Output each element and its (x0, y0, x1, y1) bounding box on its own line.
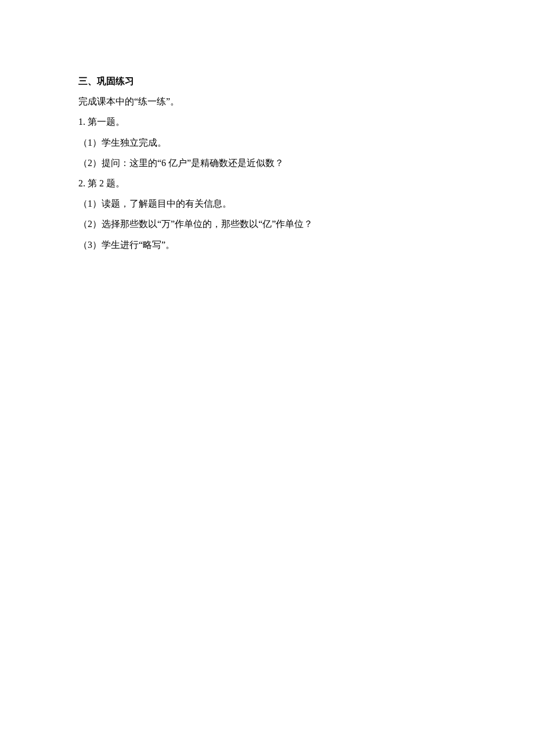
text-line-0: 完成课本中的“练一练”。 (78, 91, 459, 111)
text-line-6: （2）选择那些数以“万”作单位的，那些数以“亿”作单位？ (78, 214, 459, 234)
section-heading: 三、巩固练习 (78, 71, 459, 91)
text-line-7: （3）学生进行“略写”。 (78, 235, 459, 255)
text-line-5: （1）读题，了解题目中的有关信息。 (78, 193, 459, 214)
text-line-2: （1）学生独立完成。 (78, 132, 459, 153)
text-line-3: （2）提问：这里的“6 亿户”是精确数还是近似数？ (78, 153, 459, 173)
text-line-1: 1. 第一题。 (78, 111, 459, 132)
text-line-4: 2. 第 2 题。 (78, 173, 459, 193)
